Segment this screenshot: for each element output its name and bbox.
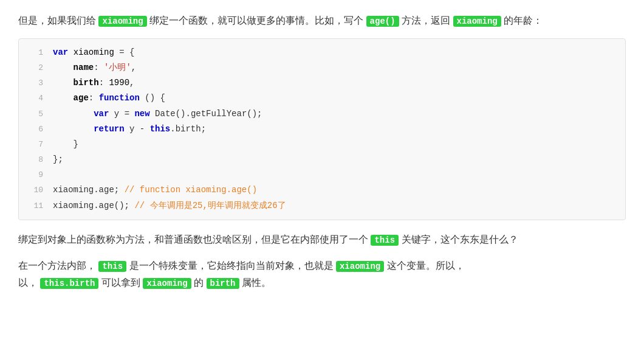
p1-text-before: 但是，如果我们给 — [18, 15, 96, 26]
code-content-11: xiaoming.age(); // 今年调用是25,明年调用就变成26了 — [53, 198, 618, 213]
paragraph-1: 但是，如果我们给 xiaoming 绑定一个函数，就可以做更多的事情。比如，写个… — [18, 12, 626, 30]
p1-highlight-xiaoming: xiaoming — [98, 16, 146, 27]
p3-text-middle1: 是一个特殊变量，它始终指向当前对象，也就是 — [129, 260, 334, 271]
code-line-3: 3 birth: 1990, — [19, 75, 625, 91]
p3-text-before: 在一个方法内部， — [18, 260, 96, 271]
line-num-8: 8 — [26, 152, 43, 167]
paragraph-2: 绑定到对象上的函数称为方法，和普通函数也没啥区别，但是它在内部使用了一个 thi… — [18, 231, 626, 249]
code-content-3: birth: 1990, — [53, 75, 618, 91]
p3-text-middle2b: 以， — [18, 277, 38, 288]
code-content-9 — [53, 167, 618, 182]
code-content-7: } — [53, 137, 618, 152]
p1-highlight-age: age() — [366, 16, 399, 27]
p2-text-middle: 关键字，这个东东是什么？ — [402, 234, 518, 245]
code-line-7: 7 } — [19, 137, 625, 152]
p1-text-middle1: 绑定一个函数，就可以做更多的事情。比如，写个 — [149, 15, 363, 26]
p3-highlight-this: this — [98, 261, 126, 272]
p1-highlight-xiaoming2: xiaoming — [453, 16, 501, 27]
code-content-8: }; — [53, 152, 618, 167]
code-content-1: var xiaoming = { — [53, 45, 618, 60]
code-line-5: 5 var y = new Date().getFullYear(); — [19, 106, 625, 122]
line-num-9: 9 — [26, 167, 43, 182]
code-content-6: return y - this.birth; — [53, 122, 618, 137]
p3-text-middle3: 可以拿到 — [101, 277, 140, 288]
p3-text-end: 属性。 — [242, 277, 271, 288]
paragraph-3: 在一个方法内部， this 是一个特殊变量，它始终指向当前对象，也就是 xiao… — [18, 257, 626, 293]
p3-highlight-thisbirth: this.birth — [40, 278, 98, 289]
code-line-10: 10 xiaoming.age; // function xiaoming.ag… — [19, 182, 625, 198]
line-num-3: 3 — [26, 75, 43, 90]
p3-highlight-xiaoming: xiaoming — [336, 261, 384, 272]
p3-text-middle4: 的 — [194, 277, 204, 288]
p1-text-middle2: 方法，返回 — [402, 15, 450, 26]
p3-text-middle2: 这个变量。所以， — [387, 260, 465, 271]
line-num-7: 7 — [26, 137, 43, 151]
code-line-4: 4 age: function () { — [19, 91, 625, 106]
line-num-6: 6 — [26, 122, 43, 136]
code-line-9: 9 — [19, 167, 625, 182]
line-num-5: 5 — [26, 106, 43, 121]
line-num-2: 2 — [26, 60, 43, 75]
line-num-11: 11 — [26, 198, 43, 213]
line-num-1: 1 — [26, 45, 43, 60]
code-content-5: var y = new Date().getFullYear(); — [53, 106, 618, 122]
line-num-10: 10 — [26, 182, 43, 197]
code-block: 1 var xiaoming = { 2 name: '小明', 3 birth… — [18, 38, 626, 220]
p1-text-end: 的年龄： — [504, 15, 543, 26]
line-num-4: 4 — [26, 91, 43, 105]
code-line-1: 1 var xiaoming = { — [19, 45, 625, 60]
code-content-4: age: function () { — [53, 91, 618, 106]
code-content-2: name: '小明', — [53, 60, 618, 75]
code-content-10: xiaoming.age; // function xiaoming.age() — [53, 182, 618, 198]
p2-text-before: 绑定到对象上的函数称为方法，和普通函数也没啥区别，但是它在内部使用了一个 — [18, 234, 368, 245]
p3-highlight-xiaoming2: xiaoming — [143, 278, 191, 289]
p2-highlight-this: this — [371, 235, 399, 246]
code-line-2: 2 name: '小明', — [19, 60, 625, 75]
p3-highlight-birth: birth — [207, 278, 239, 289]
code-line-6: 6 return y - this.birth; — [19, 122, 625, 137]
code-line-11: 11 xiaoming.age(); // 今年调用是25,明年调用就变成26了 — [19, 198, 625, 213]
code-line-8: 8 }; — [19, 152, 625, 167]
